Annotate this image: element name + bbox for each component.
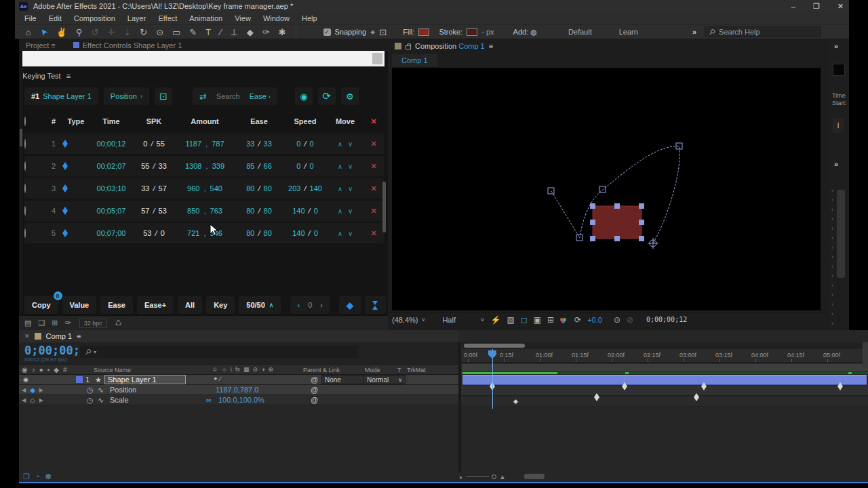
type-tool-icon[interactable]: T [205,28,211,37]
time-ruler[interactable]: 0:00f0:15f01:00f01:15f02:00f02:15f03:00f… [461,349,868,363]
keying-test-panel-title[interactable]: Keying Test [22,72,61,80]
stopwatch-icon[interactable]: ◷ [87,386,94,394]
timeline-tab-label[interactable]: Comp 1 [46,332,73,340]
collapsed-item-chevron[interactable]: › [831,216,833,222]
shape-layer-rectangle[interactable] [593,206,642,239]
layer-duration-bar[interactable] [462,375,867,385]
collapsed-item-chevron[interactable]: › [831,263,833,270]
snapping-checkbox[interactable]: ✓ [323,28,331,36]
row-select-radio[interactable] [24,140,45,148]
frame-blend-icon[interactable]: ❐ [23,472,30,481]
switch-icon-4[interactable]: ▦ [243,366,250,373]
collapsed-item-chevron[interactable]: › [831,187,833,194]
keyframe-time[interactable]: 00;07;00 [90,229,133,237]
menu-help[interactable]: Help [302,14,317,22]
ease-values[interactable]: 80 / 80 [235,207,283,215]
graph-editor-icon[interactable]: ✽ [45,472,52,481]
move-up-icon[interactable]: ∧ [335,140,345,148]
selection-tool-icon[interactable]: ➤ [38,26,50,38]
prev-keyframe-icon[interactable]: ◀ [22,387,26,393]
new-folder-icon[interactable]: ❏ [38,319,45,327]
scale-keyframe-track[interactable]: ◆ [461,396,868,407]
move-down-icon[interactable]: ∨ [345,140,355,148]
row-select-radio[interactable] [24,162,45,170]
fast-preview-icon[interactable]: ⚡ [490,315,500,325]
collapsed-item-chevron[interactable]: › [831,206,833,213]
target-layer-button[interactable]: #1 Shape Layer 1 [24,87,98,105]
copy-button[interactable]: Copy 0 [24,296,58,314]
position-pickwhip-icon[interactable]: @ [311,386,318,394]
panel-menu-icon[interactable]: ≡ [66,72,71,80]
expand-panels-button-2[interactable]: » [834,160,838,168]
solo-icon[interactable]: ● [39,366,43,373]
composition-panel-tab[interactable]: Composition Comp 1 [415,42,485,50]
parent-pickwhip-icon[interactable]: @ [311,375,318,384]
search-field[interactable]: Search [216,92,240,100]
column-mode[interactable]: Mode [365,367,380,373]
composition-viewer[interactable] [392,68,821,310]
comp-panel-menu-icon[interactable]: ≡ [489,42,493,50]
delete-all-button[interactable]: ✕ [363,117,384,126]
layer-switches[interactable]: ✦ ∕ [213,375,221,382]
camera-tool-icon[interactable]: ⊙ [156,28,163,37]
row-select-radio[interactable] [24,207,45,215]
tab-project[interactable]: Project ≡ [26,41,56,49]
zoom-tool-icon[interactable]: ⚲ [76,28,83,37]
collapsed-item-chevron[interactable]: › [831,282,833,289]
menu-view[interactable]: View [235,14,251,22]
value-button[interactable]: Value [62,296,97,314]
amount-values[interactable]: 721 , 546 [175,229,235,237]
spk-values[interactable]: 57 / 53 [133,207,175,215]
layer-color-swatch[interactable] [76,376,83,383]
video-eye-icon[interactable]: ◉ [22,366,28,373]
stroke-color-swatch[interactable] [467,28,477,36]
keyframe-time[interactable]: 00;02;07 [90,162,133,170]
stroke-px-value[interactable]: - px [481,28,494,36]
collapsed-item-chevron[interactable]: › [831,244,833,251]
work-area-bar[interactable] [461,363,868,372]
spk-values[interactable]: 53 / 0 [133,229,175,237]
ease-values[interactable]: 33 / 33 [235,140,283,148]
speed-values[interactable]: 140 / 0 [283,229,327,237]
ease-values[interactable]: 80 / 80 [235,184,283,192]
workspace-overflow-button[interactable]: » [692,28,696,36]
audio-icon[interactable]: ♪ [32,366,35,373]
ease-selector[interactable]: Ease › [250,92,271,100]
menu-window[interactable]: Window [263,14,290,22]
move-down-icon[interactable]: ∨ [345,230,355,237]
timeline-search-field[interactable]: ⚲ ▾ [80,346,358,358]
restore-button[interactable]: ❐ [813,2,820,11]
blend-mode-dropdown[interactable]: Normal∨ [363,375,406,384]
spk-values[interactable]: 0 / 55 [133,140,175,148]
collapsed-item-chevron[interactable]: › [831,225,833,232]
timeline-hscroll-thumb[interactable] [524,474,545,479]
layer-eye-icon[interactable]: ◉ [23,376,28,383]
column-t[interactable]: T [397,367,401,373]
switch-icon-1[interactable]: ☼ [221,366,226,373]
pixel-aspect-icon[interactable]: ⊞ [547,315,554,325]
amount-values[interactable]: 850 , 763 [175,207,235,215]
property-name-position[interactable]: Position [110,386,136,394]
property-name-scale[interactable]: Scale [110,396,129,404]
label-icon[interactable]: ◆ [54,366,59,373]
timeline-menu-icon[interactable]: ≡ [77,332,81,340]
amount-values[interactable]: 1187 , 787 [175,140,235,148]
nav-next-button[interactable]: › [320,301,323,309]
collapsed-item-chevron[interactable]: › [831,253,833,260]
delete-row-button[interactable]: ✕ [363,207,384,216]
index-icon[interactable]: # [63,366,67,373]
snapshot-camera-icon[interactable]: ⊙ [614,315,620,325]
layer-name-field[interactable]: Shape Layer 1 [104,375,186,384]
move-up-icon[interactable]: ∧ [335,163,345,170]
switch-icon-5[interactable]: ⊘ [253,366,258,373]
ease-values[interactable]: 80 / 80 [235,229,283,237]
timeline-vscroll-thumb[interactable] [863,342,868,369]
column-trkmat[interactable]: TrkMat [407,367,426,373]
next-keyframe-icon[interactable]: ▶ [39,397,43,403]
expand-panels-button[interactable]: » [834,42,838,50]
keyframe-time[interactable]: 00;05;07 [90,207,133,215]
keyframe-time[interactable]: 00;00;12 [90,140,133,148]
puppet-pin-tool-icon[interactable]: ✱ [279,28,286,37]
amount-values[interactable]: 1308 , 339 [175,162,235,170]
move-up-icon[interactable]: ∧ [335,230,345,237]
